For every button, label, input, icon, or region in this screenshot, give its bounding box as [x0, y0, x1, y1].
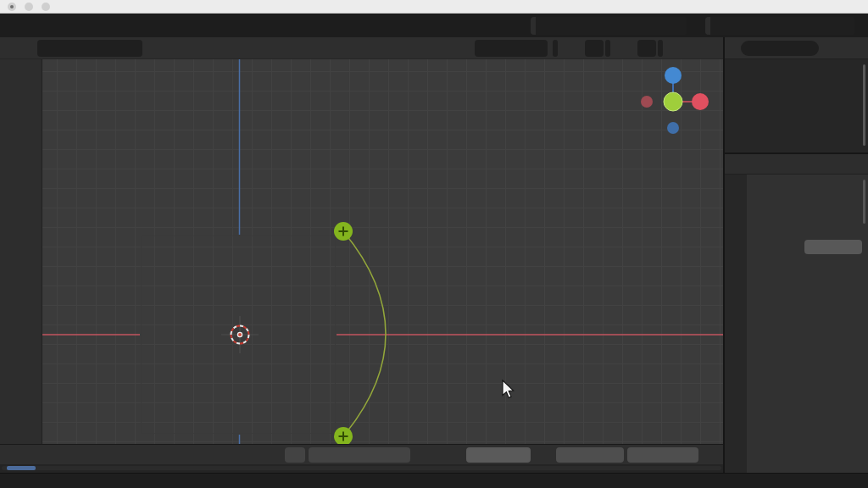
snap-target-dropdown[interactable]	[553, 40, 558, 57]
viewport-header	[0, 37, 723, 59]
spin-gizmo-arc[interactable]	[343, 231, 386, 436]
view-layer-selector[interactable]	[705, 17, 854, 35]
properties-header[interactable]	[725, 154, 868, 175]
timeline-scrollbar-track[interactable]	[2, 466, 721, 470]
mode-dropdown[interactable]	[37, 40, 142, 57]
steps-field[interactable]	[804, 240, 862, 254]
orientation-dropdown[interactable]	[475, 40, 548, 57]
statusbar	[0, 473, 868, 488]
blender-window	[0, 0, 868, 488]
nav-gizmo-z-ball[interactable]	[665, 67, 682, 84]
titlebar	[0, 0, 868, 14]
scene-selector[interactable]	[531, 17, 687, 35]
timeline-scrollbar-handle[interactable]	[7, 466, 36, 470]
frame-end-field[interactable]	[627, 447, 698, 463]
record-button[interactable]	[285, 447, 305, 463]
outliner-scrollbar[interactable]	[863, 64, 865, 146]
scene-name[interactable]	[536, 17, 683, 35]
timeline	[0, 444, 723, 464]
mouse-cursor	[503, 380, 514, 397]
outliner-search-input[interactable]	[741, 41, 819, 56]
spin-gizmo-handle-top[interactable]	[334, 222, 353, 241]
zoom-window-button[interactable]	[42, 3, 50, 11]
new-view-layer-button[interactable]	[851, 17, 854, 35]
snap-toggle-button[interactable]	[585, 40, 604, 57]
falloff-dropdown[interactable]	[658, 40, 663, 57]
nav-gizmo-y-ball[interactable]	[664, 92, 682, 111]
outliner-header	[725, 37, 868, 59]
nav-gizmo-minus-z-ball[interactable]	[667, 122, 679, 134]
spin-gizmo-handle-bottom[interactable]	[334, 427, 353, 444]
properties-tab-column	[725, 175, 747, 473]
tool-shelf	[0, 59, 42, 444]
close-window-button[interactable]	[8, 3, 16, 11]
minimize-window-button[interactable]	[25, 3, 33, 11]
timeline-scroll-strip	[0, 464, 723, 473]
new-scene-button[interactable]	[683, 17, 687, 35]
properties-scrollbar[interactable]	[863, 180, 865, 224]
area-divider[interactable]	[723, 37, 725, 473]
transport-controls	[309, 447, 410, 463]
snap-with-dropdown[interactable]	[605, 40, 610, 57]
proportional-edit-button[interactable]	[637, 40, 656, 57]
viewport-3d[interactable]	[42, 59, 723, 444]
nav-gizmo-x-ball[interactable]	[692, 93, 709, 110]
frame-start-field[interactable]	[556, 447, 624, 463]
spun-cube-mesh[interactable]	[141, 236, 336, 434]
outliner	[725, 37, 868, 153]
nav-gizmo-minus-x-ball[interactable]	[641, 96, 653, 108]
stopwatch-icon-button[interactable]	[536, 447, 553, 463]
view-layer-name[interactable]	[710, 17, 851, 35]
nav-gizmo[interactable]	[641, 67, 709, 134]
properties-editor	[725, 154, 868, 473]
area-divider[interactable]	[725, 152, 868, 154]
current-frame-field[interactable]	[466, 447, 531, 463]
topbar	[0, 14, 868, 37]
